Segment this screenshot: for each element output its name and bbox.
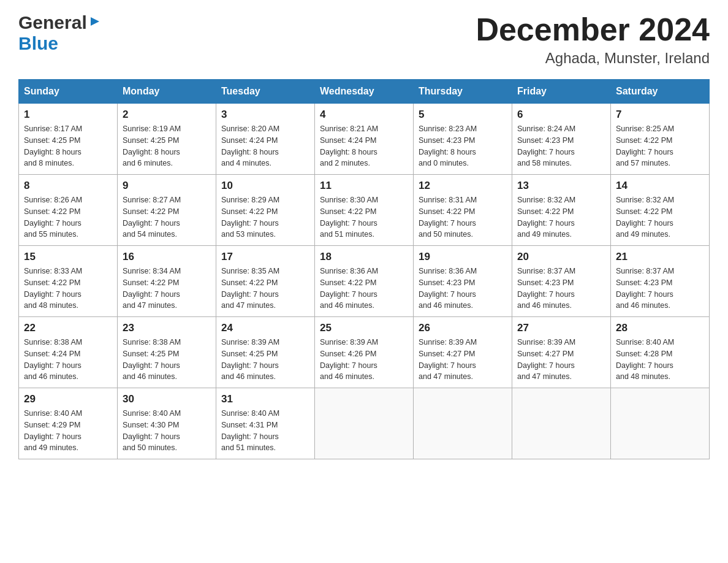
day-info: Sunrise: 8:39 AMSunset: 4:27 PMDaylight:… <box>517 338 575 381</box>
calendar-cell: 4 Sunrise: 8:21 AMSunset: 4:24 PMDayligh… <box>315 104 414 175</box>
calendar-cell: 11 Sunrise: 8:30 AMSunset: 4:22 PMDaylig… <box>315 175 414 246</box>
day-info: Sunrise: 8:27 AMSunset: 4:22 PMDaylight:… <box>123 196 181 239</box>
calendar-cell: 13 Sunrise: 8:32 AMSunset: 4:22 PMDaylig… <box>512 175 611 246</box>
day-info: Sunrise: 8:23 AMSunset: 4:23 PMDaylight:… <box>419 124 477 167</box>
day-info: Sunrise: 8:32 AMSunset: 4:22 PMDaylight:… <box>616 196 674 239</box>
day-number: 21 <box>616 251 704 263</box>
month-title: December 2024 <box>476 12 710 47</box>
calendar-cell: 18 Sunrise: 8:36 AMSunset: 4:22 PMDaylig… <box>315 246 414 317</box>
calendar-cell: 7 Sunrise: 8:25 AMSunset: 4:22 PMDayligh… <box>611 104 710 175</box>
day-number: 25 <box>320 322 408 334</box>
calendar-cell: 2 Sunrise: 8:19 AMSunset: 4:25 PMDayligh… <box>118 104 216 175</box>
day-number: 4 <box>320 109 408 121</box>
day-info: Sunrise: 8:25 AMSunset: 4:22 PMDaylight:… <box>616 124 674 167</box>
calendar-cell: 16 Sunrise: 8:34 AMSunset: 4:22 PMDaylig… <box>118 246 216 317</box>
calendar-cell: 15 Sunrise: 8:33 AMSunset: 4:22 PMDaylig… <box>19 246 118 317</box>
calendar-cell: 17 Sunrise: 8:35 AMSunset: 4:22 PMDaylig… <box>216 246 315 317</box>
logo-triangle-icon <box>88 15 102 28</box>
day-number: 23 <box>123 322 211 334</box>
calendar-cell: 29 Sunrise: 8:40 AMSunset: 4:29 PMDaylig… <box>19 388 118 459</box>
calendar-cell: 12 Sunrise: 8:31 AMSunset: 4:22 PMDaylig… <box>414 175 512 246</box>
calendar-cell: 9 Sunrise: 8:27 AMSunset: 4:22 PMDayligh… <box>118 175 216 246</box>
calendar-cell <box>414 388 512 459</box>
calendar-cell: 19 Sunrise: 8:36 AMSunset: 4:23 PMDaylig… <box>414 246 512 317</box>
day-number: 16 <box>123 251 211 263</box>
day-number: 17 <box>221 251 309 263</box>
col-header-sunday: Sunday <box>19 80 118 104</box>
day-number: 15 <box>24 251 112 263</box>
calendar-cell: 21 Sunrise: 8:37 AMSunset: 4:23 PMDaylig… <box>611 246 710 317</box>
day-number: 3 <box>221 109 309 121</box>
svg-marker-0 <box>91 17 99 26</box>
calendar-header-row: SundayMondayTuesdayWednesdayThursdayFrid… <box>19 80 710 104</box>
day-number: 8 <box>24 180 112 192</box>
day-number: 12 <box>419 180 507 192</box>
day-number: 2 <box>123 109 211 121</box>
day-number: 14 <box>616 180 704 192</box>
day-info: Sunrise: 8:29 AMSunset: 4:22 PMDaylight:… <box>221 196 279 239</box>
col-header-saturday: Saturday <box>611 80 710 104</box>
day-info: Sunrise: 8:35 AMSunset: 4:22 PMDaylight:… <box>221 267 279 310</box>
day-number: 18 <box>320 251 408 263</box>
calendar-cell <box>512 388 611 459</box>
day-info: Sunrise: 8:34 AMSunset: 4:22 PMDaylight:… <box>123 267 181 310</box>
calendar-cell: 22 Sunrise: 8:38 AMSunset: 4:24 PMDaylig… <box>19 317 118 388</box>
calendar-cell: 1 Sunrise: 8:17 AMSunset: 4:25 PMDayligh… <box>19 104 118 175</box>
location-subtitle: Aghada, Munster, Ireland <box>476 50 710 67</box>
calendar-cell: 5 Sunrise: 8:23 AMSunset: 4:23 PMDayligh… <box>414 104 512 175</box>
day-info: Sunrise: 8:37 AMSunset: 4:23 PMDaylight:… <box>616 267 674 310</box>
calendar-cell: 25 Sunrise: 8:39 AMSunset: 4:26 PMDaylig… <box>315 317 414 388</box>
day-number: 1 <box>24 109 112 121</box>
day-number: 30 <box>123 393 211 405</box>
calendar-table: SundayMondayTuesdayWednesdayThursdayFrid… <box>18 79 710 459</box>
day-info: Sunrise: 8:30 AMSunset: 4:22 PMDaylight:… <box>320 196 378 239</box>
day-info: Sunrise: 8:39 AMSunset: 4:25 PMDaylight:… <box>221 338 279 381</box>
calendar-cell: 14 Sunrise: 8:32 AMSunset: 4:22 PMDaylig… <box>611 175 710 246</box>
calendar-cell <box>315 388 414 459</box>
day-info: Sunrise: 8:32 AMSunset: 4:22 PMDaylight:… <box>517 196 575 239</box>
day-info: Sunrise: 8:39 AMSunset: 4:26 PMDaylight:… <box>320 338 378 381</box>
day-number: 31 <box>221 393 309 405</box>
day-number: 28 <box>616 322 704 334</box>
day-number: 13 <box>517 180 605 192</box>
day-number: 22 <box>24 322 112 334</box>
day-info: Sunrise: 8:37 AMSunset: 4:23 PMDaylight:… <box>517 267 575 310</box>
day-info: Sunrise: 8:36 AMSunset: 4:22 PMDaylight:… <box>320 267 378 310</box>
day-info: Sunrise: 8:38 AMSunset: 4:25 PMDaylight:… <box>123 338 181 381</box>
calendar-cell: 31 Sunrise: 8:40 AMSunset: 4:31 PMDaylig… <box>216 388 315 459</box>
col-header-wednesday: Wednesday <box>315 80 414 104</box>
day-info: Sunrise: 8:40 AMSunset: 4:30 PMDaylight:… <box>123 409 181 452</box>
calendar-cell <box>611 388 710 459</box>
calendar-cell: 10 Sunrise: 8:29 AMSunset: 4:22 PMDaylig… <box>216 175 315 246</box>
calendar-cell: 30 Sunrise: 8:40 AMSunset: 4:30 PMDaylig… <box>118 388 216 459</box>
day-number: 24 <box>221 322 309 334</box>
page-header: General Blue December 2024 Aghada, Munst… <box>18 12 710 67</box>
day-number: 20 <box>517 251 605 263</box>
day-number: 9 <box>123 180 211 192</box>
col-header-tuesday: Tuesday <box>216 80 315 104</box>
calendar-cell: 24 Sunrise: 8:39 AMSunset: 4:25 PMDaylig… <box>216 317 315 388</box>
calendar-cell: 20 Sunrise: 8:37 AMSunset: 4:23 PMDaylig… <box>512 246 611 317</box>
day-number: 6 <box>517 109 605 121</box>
calendar-cell: 28 Sunrise: 8:40 AMSunset: 4:28 PMDaylig… <box>611 317 710 388</box>
day-number: 27 <box>517 322 605 334</box>
day-info: Sunrise: 8:26 AMSunset: 4:22 PMDaylight:… <box>24 196 82 239</box>
day-info: Sunrise: 8:40 AMSunset: 4:29 PMDaylight:… <box>24 409 82 452</box>
day-info: Sunrise: 8:31 AMSunset: 4:22 PMDaylight:… <box>419 196 477 239</box>
col-header-thursday: Thursday <box>414 80 512 104</box>
day-info: Sunrise: 8:39 AMSunset: 4:27 PMDaylight:… <box>419 338 477 381</box>
week-row-4: 22 Sunrise: 8:38 AMSunset: 4:24 PMDaylig… <box>19 317 710 388</box>
week-row-5: 29 Sunrise: 8:40 AMSunset: 4:29 PMDaylig… <box>19 388 710 459</box>
week-row-3: 15 Sunrise: 8:33 AMSunset: 4:22 PMDaylig… <box>19 246 710 317</box>
calendar-cell: 23 Sunrise: 8:38 AMSunset: 4:25 PMDaylig… <box>118 317 216 388</box>
day-number: 7 <box>616 109 704 121</box>
day-number: 26 <box>419 322 507 334</box>
day-info: Sunrise: 8:40 AMSunset: 4:28 PMDaylight:… <box>616 338 674 381</box>
logo: General Blue <box>18 12 102 54</box>
calendar-cell: 8 Sunrise: 8:26 AMSunset: 4:22 PMDayligh… <box>19 175 118 246</box>
day-number: 10 <box>221 180 309 192</box>
day-info: Sunrise: 8:24 AMSunset: 4:23 PMDaylight:… <box>517 124 575 167</box>
day-info: Sunrise: 8:40 AMSunset: 4:31 PMDaylight:… <box>221 409 279 452</box>
week-row-2: 8 Sunrise: 8:26 AMSunset: 4:22 PMDayligh… <box>19 175 710 246</box>
day-info: Sunrise: 8:38 AMSunset: 4:24 PMDaylight:… <box>24 338 82 381</box>
